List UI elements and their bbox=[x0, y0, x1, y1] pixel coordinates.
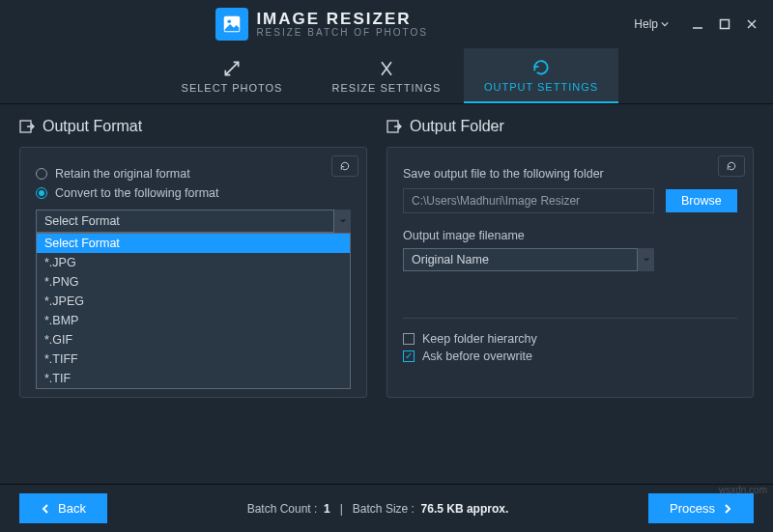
close-button[interactable] bbox=[740, 14, 763, 34]
status-bar: Batch Count : 1 | Batch Size : 76.5 KB a… bbox=[107, 502, 648, 516]
help-label: Help bbox=[634, 17, 658, 31]
svg-rect-3 bbox=[721, 20, 730, 29]
app-subtitle: RESIZE BATCH OF PHOTOS bbox=[256, 28, 428, 39]
filename-select[interactable]: Original Name bbox=[403, 248, 654, 271]
tab-label: OUTPUT SETTINGS bbox=[484, 81, 598, 93]
process-button[interactable]: Process bbox=[648, 493, 754, 523]
export-icon bbox=[19, 119, 35, 134]
chevron-right-icon bbox=[723, 504, 732, 514]
format-option[interactable]: *.PNG bbox=[37, 272, 350, 292]
tab-output-settings[interactable]: OUTPUT SETTINGS bbox=[464, 48, 618, 103]
chevron-left-icon bbox=[41, 504, 50, 514]
checkbox-label: Ask before overwrite bbox=[422, 350, 532, 363]
format-option[interactable]: *.JPG bbox=[37, 253, 350, 272]
format-select[interactable]: Select Format bbox=[36, 210, 351, 233]
select-value: Select Format bbox=[44, 214, 120, 228]
format-option[interactable]: *.TIFF bbox=[37, 350, 350, 369]
resize-icon bbox=[377, 59, 396, 78]
reset-format-button[interactable] bbox=[331, 155, 358, 177]
maximize-button[interactable] bbox=[713, 14, 736, 34]
checkbox-icon bbox=[403, 333, 415, 345]
app-title: IMAGE RESIZER bbox=[256, 11, 428, 28]
radio-retain-original[interactable]: Retain the original format bbox=[36, 167, 351, 181]
radio-icon bbox=[36, 187, 47, 199]
divider bbox=[403, 318, 737, 319]
app-logo bbox=[215, 8, 248, 41]
format-option[interactable]: *.GIF bbox=[37, 330, 350, 350]
checkbox-label: Keep folder hierarchy bbox=[422, 332, 537, 346]
app-title-block: IMAGE RESIZER RESIZE BATCH OF PHOTOS bbox=[256, 11, 428, 38]
format-option[interactable]: *.BMP bbox=[37, 311, 350, 330]
refresh-icon bbox=[531, 58, 551, 77]
format-dropdown: Select Format*.JPG*.PNG*.JPEG*.BMP*.GIF*… bbox=[36, 233, 351, 389]
help-menu[interactable]: Help bbox=[634, 17, 669, 31]
svg-point-1 bbox=[228, 19, 232, 23]
filename-label: Output image filename bbox=[403, 229, 737, 242]
checkbox-icon bbox=[403, 350, 415, 362]
minimize-button[interactable] bbox=[686, 14, 709, 34]
button-label: Process bbox=[670, 501, 715, 516]
checkbox-keep-hierarchy[interactable]: Keep folder hierarchy bbox=[403, 332, 737, 346]
radio-label: Retain the original format bbox=[55, 167, 190, 181]
chevron-down-icon bbox=[661, 20, 669, 28]
radio-icon bbox=[36, 168, 47, 180]
tab-select-photos[interactable]: SELECT PHOTOS bbox=[155, 48, 309, 103]
watermark: wsxdn.com bbox=[719, 485, 767, 495]
tab-resize-settings[interactable]: RESIZE SETTINGS bbox=[309, 48, 464, 103]
button-label: Back bbox=[58, 501, 86, 516]
tab-label: RESIZE SETTINGS bbox=[332, 82, 442, 94]
export-icon bbox=[386, 119, 402, 134]
output-path-input[interactable]: C:\Users\Madhuri\Image Resizer bbox=[403, 188, 654, 213]
output-folder-title: Output Folder bbox=[386, 118, 754, 135]
format-option[interactable]: *.TIF bbox=[37, 369, 350, 388]
browse-button[interactable]: Browse bbox=[666, 189, 737, 212]
radio-convert-format[interactable]: Convert to the following format bbox=[36, 186, 351, 200]
format-option[interactable]: *.JPEG bbox=[37, 292, 350, 311]
checkbox-ask-overwrite[interactable]: Ask before overwrite bbox=[403, 350, 737, 363]
expand-icon bbox=[222, 59, 242, 78]
radio-label: Convert to the following format bbox=[55, 186, 219, 200]
back-button[interactable]: Back bbox=[19, 493, 107, 523]
tab-label: SELECT PHOTOS bbox=[182, 82, 283, 94]
input-value: C:\Users\Madhuri\Image Resizer bbox=[412, 194, 580, 208]
format-option[interactable]: Select Format bbox=[37, 234, 350, 253]
output-format-title: Output Format bbox=[19, 118, 367, 135]
save-path-label: Save output file to the following folder bbox=[403, 167, 737, 181]
select-value: Original Name bbox=[412, 253, 489, 266]
chevron-down-icon bbox=[637, 248, 654, 271]
chevron-down-icon bbox=[333, 210, 351, 233]
reset-folder-button[interactable] bbox=[718, 155, 745, 177]
